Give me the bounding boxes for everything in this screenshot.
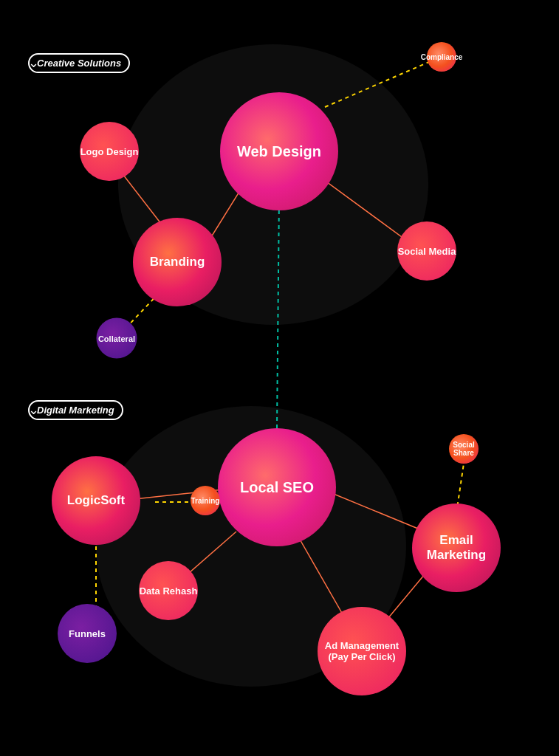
social-media-node[interactable]: Social Media: [397, 221, 456, 281]
collateral-node[interactable]: Collateral: [97, 318, 137, 359]
diagram-container: Creative Solutions ⌄ Digital Marketing ⌄…: [0, 0, 559, 756]
data-rehash-node[interactable]: Data Rehash: [139, 561, 198, 620]
web-design-node[interactable]: Web Design: [220, 92, 338, 210]
logicsoft-node[interactable]: LogicSoft: [52, 456, 140, 545]
training-node[interactable]: Training: [191, 486, 220, 515]
digital-marketing-label: Digital Marketing ⌄: [28, 400, 39, 418]
ad-management-node[interactable]: Ad Management (Pay Per Click): [318, 607, 406, 695]
email-marketing-node[interactable]: Email Marketing: [412, 504, 501, 592]
creative-solutions-label: Creative Solutions ⌄: [28, 53, 39, 71]
local-seo-node[interactable]: Local SEO: [218, 428, 336, 546]
compliance-node[interactable]: Compliance: [427, 42, 456, 72]
social-share-node[interactable]: Social Share: [449, 434, 479, 464]
branding-node[interactable]: Branding: [133, 218, 222, 306]
funnels-node[interactable]: Funnels: [58, 604, 117, 663]
logo-design-node[interactable]: Logo Design: [80, 122, 139, 181]
